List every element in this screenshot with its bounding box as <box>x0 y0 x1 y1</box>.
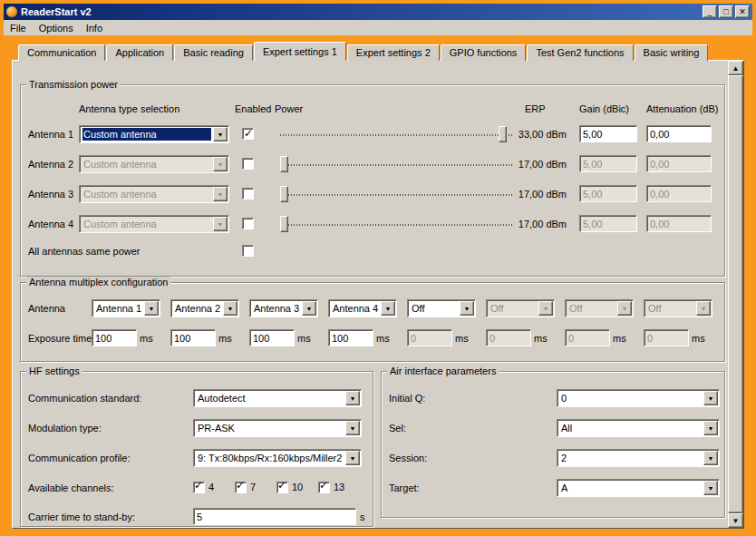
modulation-type-select[interactable]: PR-ASK <box>193 419 362 437</box>
multiplex-antenna-select-4[interactable]: Antenna 4 <box>328 299 397 317</box>
tab-test-gen2-functions[interactable]: Test Gen2 functions <box>527 44 633 61</box>
communication-profile-select[interactable]: 9: Tx:80kbps/Rx:160kbps/Miller2 <box>193 449 362 467</box>
channel-7-checkbox[interactable] <box>235 482 247 493</box>
initial-q-select[interactable]: 0 <box>557 389 720 407</box>
chevron-down-icon[interactable] <box>223 301 237 316</box>
chevron-down-icon[interactable] <box>538 301 553 316</box>
combo-value: Autodetect <box>197 392 344 404</box>
menu-options[interactable]: Options <box>33 21 80 35</box>
scrollbar-track[interactable] <box>728 75 743 513</box>
gain-input[interactable] <box>579 185 637 202</box>
exposure-time-input-4[interactable] <box>328 329 373 346</box>
chevron-down-icon[interactable] <box>144 301 159 316</box>
enabled-checkbox[interactable] <box>242 128 254 140</box>
enabled-checkbox[interactable] <box>242 218 254 229</box>
session-select[interactable]: 2 <box>557 449 720 467</box>
tab-gpio-functions[interactable]: GPIO functions <box>441 44 527 61</box>
attenuation-input[interactable] <box>646 155 712 172</box>
multiplex-antenna-select-7[interactable]: Off <box>565 299 634 317</box>
chevron-down-icon[interactable] <box>302 301 316 316</box>
slider-thumb[interactable] <box>280 156 288 172</box>
power-slider[interactable] <box>280 155 512 175</box>
chevron-down-icon[interactable] <box>213 217 228 231</box>
enabled-checkbox[interactable] <box>242 188 254 200</box>
scroll-down-button[interactable] <box>728 513 743 528</box>
tab-expert-settings-2[interactable]: Expert settings 2 <box>347 44 440 61</box>
gain-input[interactable] <box>579 155 637 172</box>
chevron-down-icon[interactable] <box>703 451 718 465</box>
all-same-power-checkbox[interactable] <box>242 245 254 257</box>
sel-select[interactable]: All <box>557 419 720 437</box>
power-slider[interactable] <box>280 215 512 235</box>
tab-basic-writing[interactable]: Basic writing <box>635 44 709 61</box>
chevron-down-icon[interactable] <box>703 421 718 435</box>
gain-input[interactable] <box>579 215 637 232</box>
chevron-down-icon[interactable] <box>213 187 228 201</box>
chevron-down-icon[interactable] <box>703 481 718 495</box>
exposure-time-input-7[interactable] <box>565 329 610 346</box>
slider-thumb[interactable] <box>280 186 288 202</box>
multiplex-antenna-select-6[interactable]: Off <box>486 299 555 317</box>
chevron-down-icon[interactable] <box>213 127 228 141</box>
vertical-scrollbar[interactable] <box>728 61 743 528</box>
channel-13-checkbox[interactable] <box>318 482 330 493</box>
power-slider[interactable] <box>280 125 512 145</box>
antenna-type-select[interactable]: Custom antenna <box>79 155 229 173</box>
sel-label: Sel: <box>389 423 406 434</box>
multiplex-antenna-select-2[interactable]: Antenna 2 <box>170 299 239 317</box>
close-button[interactable]: ✕ <box>735 5 750 18</box>
scrollbar-thumb[interactable] <box>728 75 743 513</box>
carrier-time-input[interactable] <box>193 508 356 525</box>
multiplex-antenna-select-8[interactable]: Off <box>644 299 712 317</box>
multiplex-antenna-select-3[interactable]: Antenna 3 <box>249 299 318 317</box>
tab-communication[interactable]: Communication <box>18 44 105 61</box>
combo-value: Antenna 3 <box>253 302 300 315</box>
antenna-type-select[interactable]: Custom antenna <box>79 215 229 233</box>
menu-file[interactable]: File <box>4 21 33 35</box>
chevron-down-icon[interactable] <box>696 301 711 316</box>
attenuation-input[interactable] <box>646 185 712 202</box>
tab-expert-settings-1[interactable]: Expert settings 1 <box>254 42 346 61</box>
power-slider[interactable] <box>280 185 512 205</box>
exposure-time-input-3[interactable] <box>249 329 295 346</box>
attenuation-input[interactable] <box>646 215 712 232</box>
chevron-down-icon[interactable] <box>703 391 718 405</box>
tab-basic-reading[interactable]: Basic reading <box>174 44 253 61</box>
enabled-checkbox[interactable] <box>242 158 254 170</box>
app-icon <box>6 6 17 17</box>
attenuation-input[interactable] <box>646 125 712 142</box>
tab-application[interactable]: Application <box>106 44 173 61</box>
menu-info[interactable]: Info <box>80 21 109 35</box>
slider-thumb[interactable] <box>280 216 288 232</box>
minimize-button[interactable]: _ <box>703 5 717 18</box>
available-channels-row: Available channels: 4 7 10 13 <box>28 479 369 497</box>
exposure-time-input-8[interactable] <box>644 329 689 346</box>
multiplex-antenna-select-1[interactable]: Antenna 1 <box>92 299 160 317</box>
antenna-row-1: Antenna 1 Custom antenna 33,00 dBm <box>21 125 724 145</box>
exposure-time-input-2[interactable] <box>170 329 216 346</box>
slider-track <box>280 134 512 136</box>
chevron-down-icon[interactable] <box>345 451 360 465</box>
chevron-down-icon[interactable] <box>345 421 360 435</box>
target-select[interactable]: A <box>557 479 720 497</box>
scroll-up-button[interactable] <box>728 61 743 75</box>
chevron-down-icon[interactable] <box>460 301 474 316</box>
channel-4-checkbox[interactable] <box>193 482 205 493</box>
communication-standard-select[interactable]: Autodetect <box>193 389 362 407</box>
gain-input[interactable] <box>579 125 637 142</box>
exposure-time-input-6[interactable] <box>486 329 531 346</box>
multiplex-exposure-label: Exposure time <box>28 333 92 344</box>
maximize-button[interactable]: □ <box>719 5 733 18</box>
column-header-gain: Gain (dBic) <box>579 103 629 114</box>
chevron-down-icon[interactable] <box>213 157 228 171</box>
chevron-down-icon[interactable] <box>617 301 632 316</box>
chevron-down-icon[interactable] <box>345 391 360 405</box>
antenna-type-select[interactable]: Custom antenna <box>79 185 229 203</box>
multiplex-antenna-select-5[interactable]: Off <box>407 299 476 317</box>
antenna-type-select[interactable]: Custom antenna <box>79 125 229 143</box>
chevron-down-icon[interactable] <box>381 301 395 316</box>
time-unit-label: ms <box>455 333 469 344</box>
exposure-time-input-1[interactable] <box>92 329 137 346</box>
exposure-time-input-5[interactable] <box>407 329 452 346</box>
channel-10-checkbox[interactable] <box>276 482 288 493</box>
